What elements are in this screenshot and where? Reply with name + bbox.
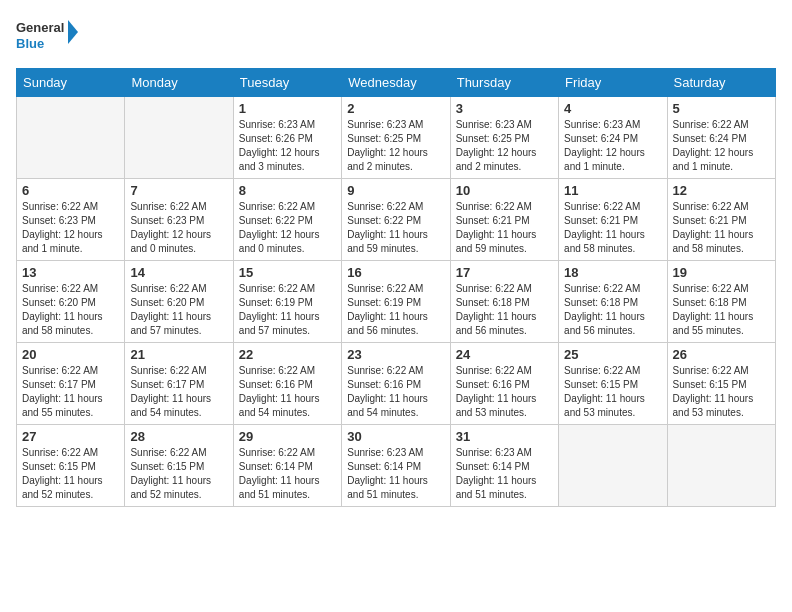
day-number: 25 (564, 347, 661, 362)
day-info: Sunrise: 6:23 AMSunset: 6:25 PMDaylight:… (456, 118, 553, 174)
weekday-header-thursday: Thursday (450, 69, 558, 97)
day-number: 12 (673, 183, 770, 198)
calendar-cell: 7Sunrise: 6:22 AMSunset: 6:23 PMDaylight… (125, 179, 233, 261)
calendar-cell: 1Sunrise: 6:23 AMSunset: 6:26 PMDaylight… (233, 97, 341, 179)
day-info: Sunrise: 6:22 AMSunset: 6:16 PMDaylight:… (456, 364, 553, 420)
calendar-cell: 3Sunrise: 6:23 AMSunset: 6:25 PMDaylight… (450, 97, 558, 179)
day-info: Sunrise: 6:22 AMSunset: 6:15 PMDaylight:… (673, 364, 770, 420)
day-number: 31 (456, 429, 553, 444)
day-info: Sunrise: 6:22 AMSunset: 6:23 PMDaylight:… (130, 200, 227, 256)
day-number: 17 (456, 265, 553, 280)
day-number: 11 (564, 183, 661, 198)
day-info: Sunrise: 6:22 AMSunset: 6:22 PMDaylight:… (347, 200, 444, 256)
day-info: Sunrise: 6:22 AMSunset: 6:24 PMDaylight:… (673, 118, 770, 174)
week-row-3: 13Sunrise: 6:22 AMSunset: 6:20 PMDayligh… (17, 261, 776, 343)
logo: General Blue (16, 16, 86, 56)
day-info: Sunrise: 6:22 AMSunset: 6:21 PMDaylight:… (456, 200, 553, 256)
day-number: 14 (130, 265, 227, 280)
day-info: Sunrise: 6:23 AMSunset: 6:14 PMDaylight:… (347, 446, 444, 502)
day-info: Sunrise: 6:22 AMSunset: 6:23 PMDaylight:… (22, 200, 119, 256)
calendar-cell (667, 425, 775, 507)
day-number: 23 (347, 347, 444, 362)
calendar-cell: 20Sunrise: 6:22 AMSunset: 6:17 PMDayligh… (17, 343, 125, 425)
calendar-cell: 9Sunrise: 6:22 AMSunset: 6:22 PMDaylight… (342, 179, 450, 261)
day-number: 27 (22, 429, 119, 444)
calendar-cell: 27Sunrise: 6:22 AMSunset: 6:15 PMDayligh… (17, 425, 125, 507)
logo-svg: General Blue (16, 16, 86, 56)
day-number: 1 (239, 101, 336, 116)
calendar-cell: 16Sunrise: 6:22 AMSunset: 6:19 PMDayligh… (342, 261, 450, 343)
day-info: Sunrise: 6:22 AMSunset: 6:19 PMDaylight:… (239, 282, 336, 338)
calendar-cell: 19Sunrise: 6:22 AMSunset: 6:18 PMDayligh… (667, 261, 775, 343)
weekday-header-monday: Monday (125, 69, 233, 97)
day-number: 22 (239, 347, 336, 362)
calendar-cell: 10Sunrise: 6:22 AMSunset: 6:21 PMDayligh… (450, 179, 558, 261)
day-number: 30 (347, 429, 444, 444)
weekday-header-row: SundayMondayTuesdayWednesdayThursdayFrid… (17, 69, 776, 97)
day-info: Sunrise: 6:22 AMSunset: 6:17 PMDaylight:… (22, 364, 119, 420)
calendar-cell: 2Sunrise: 6:23 AMSunset: 6:25 PMDaylight… (342, 97, 450, 179)
day-number: 21 (130, 347, 227, 362)
day-info: Sunrise: 6:22 AMSunset: 6:16 PMDaylight:… (347, 364, 444, 420)
day-info: Sunrise: 6:22 AMSunset: 6:20 PMDaylight:… (130, 282, 227, 338)
day-number: 20 (22, 347, 119, 362)
calendar-cell: 18Sunrise: 6:22 AMSunset: 6:18 PMDayligh… (559, 261, 667, 343)
day-info: Sunrise: 6:22 AMSunset: 6:22 PMDaylight:… (239, 200, 336, 256)
calendar-cell: 14Sunrise: 6:22 AMSunset: 6:20 PMDayligh… (125, 261, 233, 343)
day-number: 26 (673, 347, 770, 362)
calendar-cell: 31Sunrise: 6:23 AMSunset: 6:14 PMDayligh… (450, 425, 558, 507)
day-info: Sunrise: 6:23 AMSunset: 6:24 PMDaylight:… (564, 118, 661, 174)
day-number: 6 (22, 183, 119, 198)
day-info: Sunrise: 6:22 AMSunset: 6:19 PMDaylight:… (347, 282, 444, 338)
day-info: Sunrise: 6:22 AMSunset: 6:15 PMDaylight:… (564, 364, 661, 420)
day-number: 5 (673, 101, 770, 116)
day-info: Sunrise: 6:23 AMSunset: 6:14 PMDaylight:… (456, 446, 553, 502)
day-info: Sunrise: 6:22 AMSunset: 6:18 PMDaylight:… (673, 282, 770, 338)
day-number: 18 (564, 265, 661, 280)
day-info: Sunrise: 6:22 AMSunset: 6:21 PMDaylight:… (564, 200, 661, 256)
calendar-cell: 4Sunrise: 6:23 AMSunset: 6:24 PMDaylight… (559, 97, 667, 179)
day-info: Sunrise: 6:22 AMSunset: 6:14 PMDaylight:… (239, 446, 336, 502)
calendar-cell: 5Sunrise: 6:22 AMSunset: 6:24 PMDaylight… (667, 97, 775, 179)
calendar-cell: 28Sunrise: 6:22 AMSunset: 6:15 PMDayligh… (125, 425, 233, 507)
calendar-cell: 24Sunrise: 6:22 AMSunset: 6:16 PMDayligh… (450, 343, 558, 425)
day-info: Sunrise: 6:22 AMSunset: 6:15 PMDaylight:… (130, 446, 227, 502)
day-info: Sunrise: 6:23 AMSunset: 6:26 PMDaylight:… (239, 118, 336, 174)
day-info: Sunrise: 6:23 AMSunset: 6:25 PMDaylight:… (347, 118, 444, 174)
calendar-cell: 22Sunrise: 6:22 AMSunset: 6:16 PMDayligh… (233, 343, 341, 425)
calendar-cell: 30Sunrise: 6:23 AMSunset: 6:14 PMDayligh… (342, 425, 450, 507)
day-number: 19 (673, 265, 770, 280)
week-row-1: 1Sunrise: 6:23 AMSunset: 6:26 PMDaylight… (17, 97, 776, 179)
weekday-header-tuesday: Tuesday (233, 69, 341, 97)
day-number: 24 (456, 347, 553, 362)
day-number: 29 (239, 429, 336, 444)
day-number: 28 (130, 429, 227, 444)
svg-marker-2 (68, 20, 78, 44)
day-info: Sunrise: 6:22 AMSunset: 6:16 PMDaylight:… (239, 364, 336, 420)
week-row-2: 6Sunrise: 6:22 AMSunset: 6:23 PMDaylight… (17, 179, 776, 261)
day-info: Sunrise: 6:22 AMSunset: 6:20 PMDaylight:… (22, 282, 119, 338)
week-row-4: 20Sunrise: 6:22 AMSunset: 6:17 PMDayligh… (17, 343, 776, 425)
weekday-header-wednesday: Wednesday (342, 69, 450, 97)
svg-text:General: General (16, 20, 64, 35)
calendar-cell: 15Sunrise: 6:22 AMSunset: 6:19 PMDayligh… (233, 261, 341, 343)
svg-text:Blue: Blue (16, 36, 44, 51)
day-number: 15 (239, 265, 336, 280)
calendar-cell: 21Sunrise: 6:22 AMSunset: 6:17 PMDayligh… (125, 343, 233, 425)
weekday-header-saturday: Saturday (667, 69, 775, 97)
day-number: 10 (456, 183, 553, 198)
calendar-cell: 29Sunrise: 6:22 AMSunset: 6:14 PMDayligh… (233, 425, 341, 507)
calendar-cell: 12Sunrise: 6:22 AMSunset: 6:21 PMDayligh… (667, 179, 775, 261)
day-number: 4 (564, 101, 661, 116)
day-number: 9 (347, 183, 444, 198)
weekday-header-sunday: Sunday (17, 69, 125, 97)
day-info: Sunrise: 6:22 AMSunset: 6:18 PMDaylight:… (456, 282, 553, 338)
calendar-cell: 25Sunrise: 6:22 AMSunset: 6:15 PMDayligh… (559, 343, 667, 425)
calendar-table: SundayMondayTuesdayWednesdayThursdayFrid… (16, 68, 776, 507)
day-number: 13 (22, 265, 119, 280)
day-info: Sunrise: 6:22 AMSunset: 6:18 PMDaylight:… (564, 282, 661, 338)
calendar-cell: 17Sunrise: 6:22 AMSunset: 6:18 PMDayligh… (450, 261, 558, 343)
calendar-cell: 8Sunrise: 6:22 AMSunset: 6:22 PMDaylight… (233, 179, 341, 261)
page-header: General Blue (16, 16, 776, 56)
calendar-cell: 13Sunrise: 6:22 AMSunset: 6:20 PMDayligh… (17, 261, 125, 343)
